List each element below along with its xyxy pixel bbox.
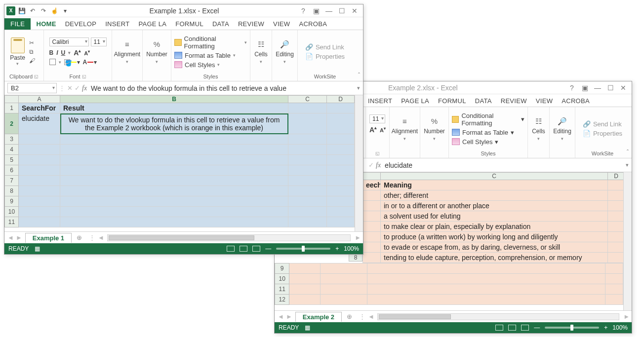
alignment-button[interactable]: ≡ Alignment ▾ — [114, 39, 140, 64]
col-header-c[interactable]: C — [381, 173, 608, 180]
row-header-10[interactable]: 10 — [275, 274, 289, 284]
minimize-icon[interactable]: — — [593, 83, 602, 92]
increase-font-icon[interactable]: A▴ — [369, 125, 377, 134]
zoom-level[interactable]: 100% — [612, 324, 628, 331]
conditional-formatting-button[interactable]: Conditional Formatting ▾ — [174, 35, 247, 50]
sheet-nav-next-icon[interactable]: ► — [16, 234, 22, 241]
save-icon[interactable]: 💾 — [17, 6, 26, 15]
properties-button[interactable]: 📄Properties — [583, 130, 622, 137]
paste-button[interactable]: Paste ▾ — [10, 37, 25, 66]
row-header-2[interactable]: 2 — [5, 113, 19, 134]
cell-d2[interactable] — [327, 113, 355, 134]
row-header-9[interactable]: 9 — [5, 196, 19, 207]
sheet-nav-next-icon[interactable]: ► — [286, 313, 292, 320]
row-header-4[interactable]: 4 — [5, 145, 19, 155]
cell-c5[interactable]: to make clear or plain, especially by ex… — [381, 222, 608, 232]
cell-d1[interactable] — [327, 103, 355, 113]
row-header-11[interactable]: 11 — [5, 217, 19, 227]
zoom-level[interactable]: 100% — [344, 245, 359, 252]
tab-pagelayout[interactable]: PAGE LA — [397, 95, 434, 107]
help-icon[interactable]: ? — [567, 83, 576, 92]
row-header-9[interactable]: 9 — [275, 263, 289, 274]
row-header-12[interactable]: 12 — [275, 295, 289, 305]
zoom-slider[interactable] — [545, 327, 599, 329]
redo-icon[interactable]: ↷ — [39, 6, 48, 15]
send-link-button[interactable]: 🔗Send Link — [305, 43, 344, 51]
tab-acrobat[interactable]: ACROBA — [294, 18, 331, 30]
page-layout-view-icon[interactable] — [240, 246, 247, 252]
zoom-in-icon[interactable]: + — [335, 245, 339, 252]
tab-develop[interactable]: DEVELOP — [61, 18, 101, 30]
tab-view[interactable]: VIEW — [531, 95, 557, 107]
cell-c3[interactable]: in or to a different or another place — [381, 201, 608, 211]
copy-icon[interactable]: ⧉ — [29, 48, 38, 55]
help-icon[interactable]: ? — [299, 6, 308, 15]
name-box[interactable]: B2 — [7, 83, 57, 93]
cell-c8[interactable]: tending to elude capture, perception, co… — [381, 253, 608, 263]
tab-insert[interactable]: INSERT — [101, 18, 134, 30]
row-header-5[interactable]: 5 — [5, 155, 19, 165]
col-header-a[interactable]: A — [19, 96, 60, 103]
cell-styles-button[interactable]: Cell Styles ▾ — [452, 138, 498, 146]
fill-color-button[interactable]: 🪣▾ — [64, 59, 80, 66]
grid[interactable]: A B C D 1 SearchFor Result 2 elucidate W… — [4, 95, 363, 231]
horizontal-scrollbar[interactable] — [107, 234, 351, 241]
decrease-font-icon[interactable]: A▾ — [380, 126, 386, 133]
sheet-nav-prev-icon[interactable]: ◄ — [278, 313, 284, 320]
zoom-out-icon[interactable]: — — [534, 324, 540, 331]
number-button[interactable]: %Number▾ — [424, 116, 445, 141]
tab-review[interactable]: REVIEW — [234, 18, 269, 30]
cells-button[interactable]: ☷ Cells ▾ — [254, 39, 268, 64]
cell-c4[interactable]: a solvent used for eluting — [381, 211, 608, 222]
qat-dropdown-icon[interactable]: ▾ — [61, 6, 70, 15]
tab-pagelayout[interactable]: PAGE LA — [134, 18, 171, 30]
vertical-scrollbar[interactable] — [623, 172, 632, 310]
col-header-c[interactable]: C — [288, 96, 327, 103]
zoom-in-icon[interactable]: + — [604, 324, 607, 331]
col-header-b[interactable]: B — [60, 96, 288, 103]
tab-data[interactable]: DATA — [208, 18, 234, 30]
cell-c2[interactable] — [288, 113, 327, 134]
hscroll-right-icon[interactable]: ► — [621, 313, 632, 320]
cell-c6[interactable]: to produce (a written work) by working l… — [381, 232, 608, 242]
editing-button[interactable]: 🔎Editing▾ — [553, 116, 571, 141]
ribbon-options-icon[interactable]: ▣ — [312, 6, 321, 15]
clipboard-dialog-icon[interactable]: ◱ — [34, 74, 39, 79]
collapse-ribbon-icon[interactable]: ˆ — [627, 149, 629, 156]
font-dialog-icon[interactable]: ◱ — [82, 74, 86, 79]
expand-formula-bar-icon[interactable]: ▾ — [357, 85, 360, 91]
touch-icon[interactable]: ☝ — [50, 6, 59, 15]
cell-c1[interactable] — [288, 103, 327, 113]
page-break-view-icon[interactable] — [521, 325, 529, 331]
normal-view-icon[interactable] — [227, 246, 235, 252]
macro-record-icon[interactable]: ▦ — [35, 245, 40, 252]
undo-icon[interactable]: ↶ — [28, 6, 37, 15]
zoom-out-icon[interactable]: — — [265, 245, 271, 252]
maximize-icon[interactable]: ☐ — [606, 83, 615, 92]
font-name-select[interactable]: Calibri — [49, 37, 89, 46]
cut-icon[interactable]: ✂ — [29, 39, 38, 46]
collapse-ribbon-icon[interactable]: ˆ — [358, 72, 360, 79]
row-header-3[interactable]: 3 — [5, 134, 19, 145]
hscroll-left-icon[interactable]: ◄ — [97, 234, 105, 241]
cancel-formula-icon[interactable]: ✕ — [67, 84, 73, 92]
ribbon-options-icon[interactable]: ▣ — [580, 83, 589, 92]
cell-c1[interactable]: Meaning — [381, 180, 608, 190]
tab-formulas[interactable]: FORMUL — [171, 18, 208, 30]
alignment-button[interactable]: ≡Alignment▾ — [392, 116, 418, 141]
close-icon[interactable]: ✕ — [619, 83, 628, 92]
enter-formula-icon[interactable]: ✓ — [368, 161, 374, 169]
horizontal-scrollbar[interactable] — [377, 313, 619, 320]
expand-formula-bar-icon[interactable]: ▾ — [626, 162, 629, 168]
add-sheet-button[interactable]: ⊕ — [72, 234, 87, 241]
tab-file[interactable]: FILE — [4, 18, 31, 30]
tab-view[interactable]: VIEW — [269, 18, 294, 30]
tab-insert[interactable]: INSERT — [363, 95, 397, 107]
row-header-8[interactable]: 8 — [349, 254, 362, 262]
font-color-button[interactable]: A▾ — [83, 59, 97, 66]
col-header-d[interactable]: D — [327, 96, 355, 103]
close-icon[interactable]: ✕ — [350, 6, 359, 15]
decrease-font-icon[interactable]: A▾ — [84, 49, 90, 56]
maximize-icon[interactable]: ☐ — [337, 6, 346, 15]
number-button[interactable]: % Number ▾ — [146, 39, 167, 64]
